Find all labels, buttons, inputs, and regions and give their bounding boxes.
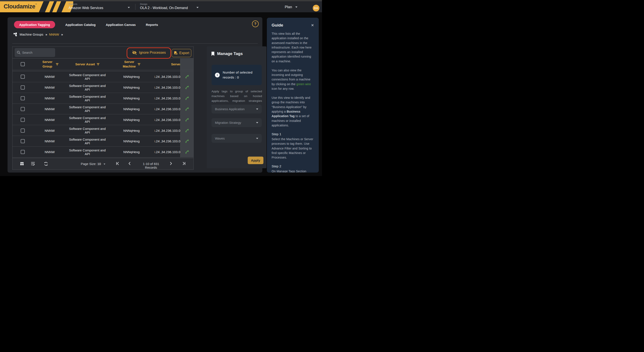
filter-icon[interactable] — [138, 63, 140, 66]
last-page-button[interactable] — [182, 161, 186, 166]
page-size-caret-icon[interactable] — [104, 164, 105, 165]
section-divider — [12, 43, 258, 44]
connections-cell[interactable] — [180, 114, 194, 125]
table-row[interactable]: NNNW Software Component and API NNNqHexg… — [12, 125, 194, 136]
connections-cell[interactable] — [180, 71, 194, 82]
green-wire-icon[interactable] — [184, 107, 190, 111]
cell-server-ip: 34.236.103.0, 203.24 — [155, 139, 180, 143]
app-screen: Cloudamize™ Platform Amazon Web Services… — [0, 0, 322, 176]
info-icon: i — [215, 73, 220, 77]
table-toolbar: Ignore Processes Export — [12, 47, 194, 58]
close-icon[interactable]: ✕ — [311, 23, 314, 28]
tab-reports[interactable]: Reports — [146, 23, 158, 27]
table-row[interactable]: NNNW Software Component and API NNNqHexg… — [12, 136, 194, 147]
migration-strategy-dropdown[interactable]: Migration Strategy — [212, 118, 262, 127]
table-columns-icon — [20, 161, 24, 166]
connections-cell[interactable] — [180, 125, 194, 136]
select-all-checkbox[interactable] — [21, 62, 25, 66]
row-checkbox[interactable] — [21, 150, 25, 154]
tab-application-catalog[interactable]: Application Catalog — [65, 23, 96, 27]
platform-label: Platform — [68, 3, 104, 6]
refresh-button[interactable] — [44, 161, 48, 166]
green-wire-icon[interactable] — [184, 149, 190, 154]
chevron-down-icon — [256, 138, 258, 139]
column-header-server-machine[interactable]: Server Machine — [108, 60, 155, 69]
help-button[interactable]: ? — [252, 21, 259, 27]
previous-page-button[interactable] — [128, 161, 131, 166]
green-wire-icon[interactable] — [184, 74, 190, 79]
column-header-server-group[interactable]: Server Group — [33, 60, 66, 69]
platform-selector[interactable]: Platform Amazon Web Services — [68, 3, 104, 10]
green-wire-icon[interactable] — [184, 96, 190, 101]
breadcrumb-current-group[interactable]: NNNW — [49, 33, 59, 36]
table-header-row: Server Group Server Asset Server Machine — [12, 58, 194, 70]
table-row[interactable]: NNNW Software Component and API NNNqHexg… — [12, 93, 194, 104]
guide-paragraph: You can also view the incoming and outgo… — [272, 68, 314, 91]
cell-server-machine: NNNqHexg — [108, 75, 155, 79]
design-selector[interactable]: Design OLA 2 - Workload, On-Demand — [140, 3, 188, 10]
page-size-value[interactable]: 10 — [97, 162, 101, 166]
platform-caret-icon[interactable] — [128, 7, 130, 8]
cell-server-asset: Software Component and API — [66, 148, 108, 156]
brand-logo: Cloudamize™ — [4, 3, 37, 10]
search-box[interactable] — [15, 48, 55, 57]
filter-icon[interactable] — [56, 63, 58, 66]
export-label: Export — [179, 51, 189, 55]
tab-application-canvas[interactable]: Application Canvas — [106, 23, 136, 27]
connections-cell[interactable] — [180, 136, 194, 147]
tab-application-tagging[interactable]: Application Tagging — [14, 21, 55, 28]
column-settings-button[interactable] — [20, 161, 24, 166]
connections-cell[interactable] — [180, 104, 194, 114]
design-caret-icon[interactable] — [196, 7, 198, 8]
connections-cell[interactable] — [180, 82, 194, 93]
brand-name: Cloudamize — [4, 3, 35, 10]
search-input[interactable] — [22, 51, 52, 54]
cell-server-machine: NNNqHexg — [108, 129, 155, 132]
table-row[interactable]: NNNW Software Component and API NNNqHexg… — [12, 147, 194, 157]
wrap-text-button[interactable] — [30, 161, 35, 166]
green-wire-icon[interactable] — [184, 85, 190, 90]
column-header-server-asset[interactable]: Server Asset — [66, 62, 108, 66]
row-checkbox[interactable] — [21, 139, 25, 143]
row-checkbox[interactable] — [21, 75, 25, 79]
guide-paragraph: Use this view to identify and group the … — [272, 96, 314, 128]
connections-cell[interactable] — [180, 147, 194, 157]
cell-server-asset: Software Component and API — [66, 84, 108, 91]
wrap-text-icon — [30, 161, 35, 166]
design-label: Design — [140, 3, 188, 6]
business-application-dropdown[interactable]: Business Application — [212, 105, 262, 113]
column-header-server-ip[interactable]: Server — [155, 62, 181, 66]
cell-server-ip: 34.236.103.0, 203.24 — [155, 118, 180, 122]
plan-menu[interactable]: Plan — [285, 5, 292, 9]
row-checkbox[interactable] — [21, 118, 25, 122]
user-avatar[interactable]: DA — [313, 5, 320, 12]
ignore-processes-button[interactable]: Ignore Processes — [130, 49, 168, 57]
cell-server-ip: 34.236.103.0, 203.24 — [155, 107, 180, 111]
green-wire-icon[interactable] — [184, 139, 190, 144]
breadcrumb-machine-groups[interactable]: Machine Groups — [20, 33, 43, 36]
table-row[interactable]: NNNW Software Component and API NNNqHexg… — [12, 82, 194, 93]
next-page-button[interactable] — [169, 161, 173, 166]
filter-icon[interactable] — [97, 63, 100, 66]
plan-caret-icon[interactable] — [295, 7, 298, 8]
tab-bar: Application Tagging Application Catalog … — [14, 21, 158, 28]
row-checkbox[interactable] — [21, 85, 25, 90]
connections-cell[interactable] — [180, 93, 194, 104]
export-button[interactable]: Export — [172, 49, 191, 57]
export-file-icon — [174, 51, 178, 55]
waves-dropdown[interactable]: Waves — [212, 134, 262, 143]
search-icon — [17, 51, 20, 54]
green-wire-icon[interactable] — [184, 117, 190, 122]
green-wire-icon[interactable] — [184, 128, 190, 133]
apply-button[interactable]: Apply — [248, 156, 264, 164]
trademark-symbol: ™ — [35, 4, 37, 6]
row-checkbox[interactable] — [21, 128, 25, 133]
cell-server-machine: NNNqHexg — [108, 96, 155, 100]
row-checkbox[interactable] — [21, 107, 25, 111]
table-row[interactable]: NNNW Software Component and API NNNqHexg… — [12, 114, 194, 125]
table-row[interactable]: NNNW Software Component and API NNNqHexg… — [12, 71, 194, 82]
table-row[interactable]: NNNW Software Component and API NNNqHexg… — [12, 104, 194, 114]
first-page-button[interactable] — [116, 161, 120, 166]
chevron-down-icon — [256, 122, 258, 123]
row-checkbox[interactable] — [21, 96, 25, 100]
